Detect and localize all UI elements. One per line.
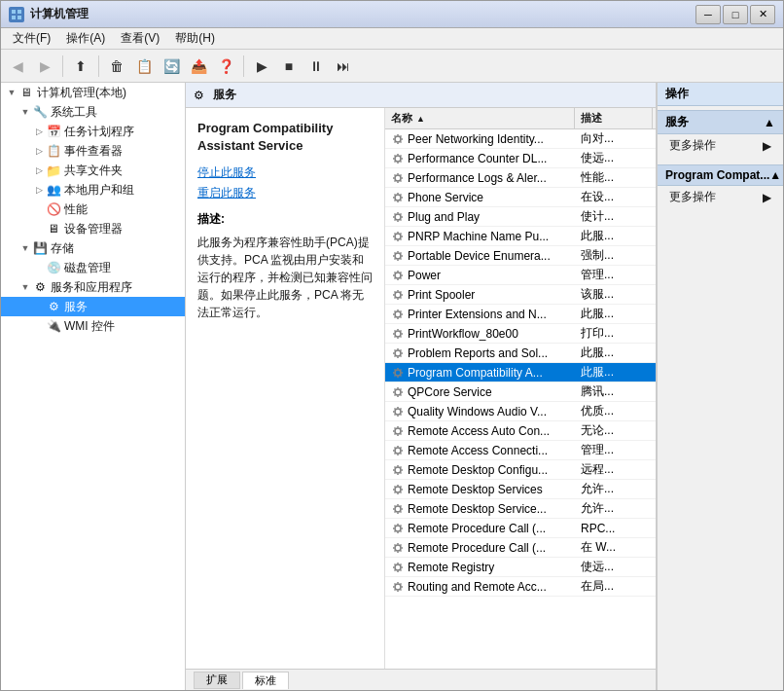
service-row[interactable]: Peer Networking Identity...向对... [385,129,656,149]
sidebar-item-event-viewer[interactable]: ▷ 📋 事件查看器 [1,141,185,161]
sidebar-item-computer[interactable]: ▼ 🖥 计算机管理(本地) [1,83,185,102]
menu-view[interactable]: 查看(V) [113,28,167,49]
service-col-name: Performance Logs & Aler... [385,168,575,187]
sidebar-item-local-users[interactable]: ▷ 👥 本地用户和组 [1,180,185,200]
up-button[interactable]: ⬆ [68,54,93,79]
service-row[interactable]: Print Spooler该服... [385,285,656,305]
restart-service-link[interactable]: 重启此服务 [197,185,373,201]
title-bar: 计算机管理 ─ □ ✕ [1,1,783,28]
menu-file[interactable]: 文件(F) [5,28,58,49]
pause-button[interactable]: ⏸ [303,54,329,79]
sidebar-item-wmi[interactable]: 🔌 WMI 控件 [1,316,185,336]
expand-icon-wmi[interactable] [32,319,46,333]
stop-service-link[interactable]: 停止此服务 [197,164,373,181]
sidebar-item-services-apps[interactable]: ▼ ⚙ 服务和应用程序 [1,277,185,297]
svg-point-193 [395,545,401,551]
svg-line-80 [394,297,395,298]
services-action-header[interactable]: 服务 ▲ [658,110,783,134]
menu-help[interactable]: 帮助(H) [167,28,223,49]
service-row[interactable]: Remote Access Connecti...管理... [385,441,656,460]
expand-icon-system[interactable]: ▼ [18,105,32,119]
service-row[interactable]: Performance Counter DL...使远... [385,149,656,168]
expand-icon-storage[interactable]: ▼ [18,241,32,255]
service-row[interactable]: Power管理... [385,266,656,285]
service-col-desc: 腾讯... [575,382,653,401]
expand-icon[interactable]: ▼ [5,86,18,99]
expand-icon-svc[interactable] [32,300,46,313]
expand-icon-shared[interactable]: ▷ [32,164,46,177]
service-col-desc: 向对... [575,129,653,148]
svg-line-107 [394,355,395,356]
service-row[interactable]: Quality Windows Audio V...优质... [385,402,656,421]
more-actions-2[interactable]: 更多操作 ▶ [658,186,783,208]
properties-button[interactable]: 📋 [131,54,157,79]
sidebar-item-task-scheduler[interactable]: ▷ 📅 任务计划程序 [1,122,185,141]
service-row[interactable]: PNRP Machine Name Pu...此服... [385,227,656,246]
sidebar-item-shared-folders[interactable]: ▷ 📁 共享文件夹 [1,161,185,180]
panel-header-title: 服务 [213,87,236,103]
sidebar-item-disk[interactable]: 💿 磁盘管理 [1,258,185,277]
restart-button[interactable]: ⏭ [331,54,356,79]
service-row[interactable]: Problem Reports and Sol...此服... [385,344,656,363]
tab-expand[interactable]: 扩展 [194,672,240,689]
service-row[interactable]: Remote Registry使远... [385,558,656,577]
help-button[interactable]: ❓ [213,54,238,79]
service-row[interactable]: Phone Service在设... [385,188,656,207]
svg-line-21 [400,155,401,156]
svg-line-62 [394,258,395,259]
tab-standard[interactable]: 标准 [242,672,289,689]
service-list[interactable]: Peer Networking Identity...向对...Performa… [385,129,656,669]
maximize-button[interactable]: □ [723,5,748,24]
sidebar-item-storage[interactable]: ▼ 💾 存储 [1,238,185,258]
service-row[interactable]: Remote Desktop Service...允许... [385,499,656,519]
more-actions-1[interactable]: 更多操作 ▶ [658,134,783,157]
sidebar-label-perf: 性能 [64,201,88,218]
sidebar-item-system-tools[interactable]: ▼ 🔧 系统工具 [1,102,185,122]
svg-line-60 [400,258,401,259]
service-row[interactable]: QPCore Service腾讯... [385,382,656,402]
expand-icon-svc-apps[interactable]: ▼ [18,280,32,294]
sidebar-item-services[interactable]: ⚙ 服务 [1,297,185,316]
program-action-header[interactable]: Program Compat... ▲ [658,164,783,186]
main-window: 计算机管理 ─ □ ✕ 文件(F) 操作(A) 查看(V) 帮助(H) ◀ ▶ … [0,0,784,691]
service-row[interactable]: PrintWorkflow_80e00打印... [385,324,656,344]
col-header-desc[interactable]: 描述 [575,108,653,128]
expand-icon-users[interactable]: ▷ [32,183,46,197]
back-button[interactable]: ◀ [5,54,30,79]
sidebar-item-device-manager[interactable]: 🖥 设备管理器 [1,219,185,238]
service-row[interactable]: Remote Procedure Call (...RPC... [385,519,656,538]
expand-icon-task[interactable]: ▷ [32,125,46,138]
sidebar-item-performance[interactable]: 🚫 性能 [1,200,185,219]
expand-icon-perf[interactable] [32,202,46,216]
service-row[interactable]: Remote Desktop Services允许... [385,480,656,499]
col-header-name[interactable]: 名称 ▲ [385,108,575,128]
service-row[interactable]: Routing and Remote Acc...在局... [385,577,656,597]
forward-button[interactable]: ▶ [32,54,57,79]
service-row[interactable]: Performance Logs & Aler...性能... [385,168,656,188]
service-row[interactable]: Printer Extensions and N...此服... [385,305,656,324]
expand-icon-device[interactable] [32,222,46,236]
expand-icon-event[interactable]: ▷ [32,144,46,158]
minimize-button[interactable]: ─ [695,5,721,24]
service-row[interactable]: Portable Device Enumera...强制... [385,246,656,266]
service-row[interactable]: Remote Desktop Configu...远程... [385,460,656,480]
service-row[interactable]: Remote Access Auto Con...无论... [385,421,656,441]
menu-action[interactable]: 操作(A) [58,28,113,49]
refresh-button[interactable]: 🔄 [159,54,184,79]
service-row[interactable]: Plug and Play使计... [385,207,656,227]
svg-point-184 [395,526,401,531]
service-col-name: PrintWorkflow_80e00 [385,324,575,343]
show-hide-button[interactable]: 🗑 [104,54,129,79]
svg-line-132 [400,414,401,415]
sidebar: ▼ 🖥 计算机管理(本地) ▼ 🔧 系统工具 ▷ 📅 任务计划程序 ▷ 📋 事件… [1,83,186,690]
service-row[interactable]: Remote Procedure Call (...在 W... [385,538,656,558]
svg-line-111 [400,349,401,350]
play-button[interactable]: ▶ [249,54,274,79]
close-button[interactable]: ✕ [750,5,775,24]
stop-button[interactable]: ■ [276,54,302,79]
gear-icon [391,191,405,204]
service-row[interactable]: Program Compatibility A...此服... [385,363,656,382]
export-button[interactable]: 📤 [186,54,211,79]
expand-icon-disk[interactable] [32,261,46,274]
svg-point-67 [395,273,401,278]
